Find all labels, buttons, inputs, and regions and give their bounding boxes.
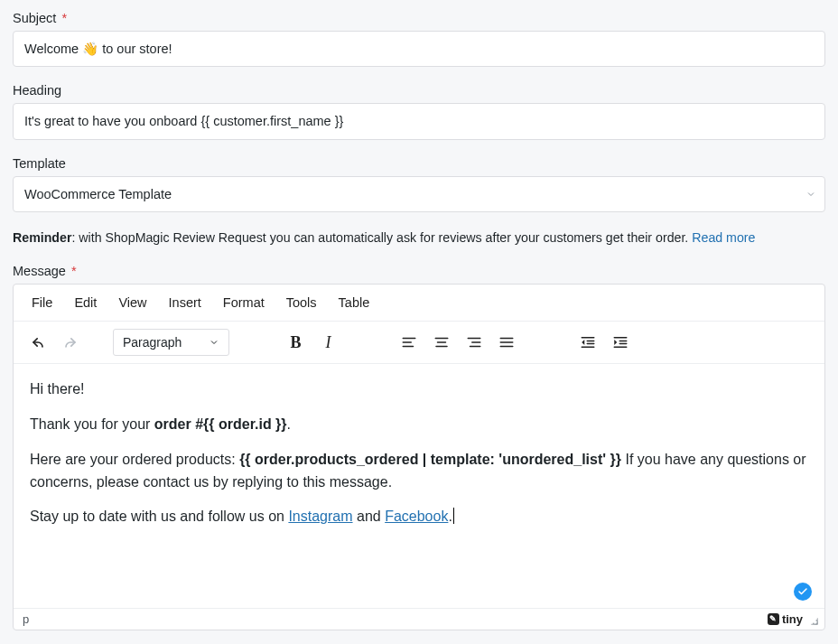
editor-statusbar: p ✎ tiny — [14, 608, 824, 630]
redo-button[interactable] — [55, 327, 86, 358]
subject-input[interactable] — [13, 31, 825, 67]
bold-button[interactable]: B — [280, 327, 311, 358]
align-center-button[interactable] — [426, 327, 457, 358]
status-path[interactable]: p — [23, 612, 29, 626]
menu-edit[interactable]: Edit — [65, 290, 106, 315]
align-right-icon — [466, 334, 482, 350]
required-mark: * — [61, 11, 67, 25]
outdent-button[interactable] — [573, 327, 603, 358]
message-label: Message * — [13, 264, 825, 278]
link-facebook[interactable]: Facebook — [385, 509, 448, 524]
menu-insert[interactable]: Insert — [160, 290, 210, 315]
outdent-icon — [580, 334, 596, 350]
editor-menubar: File Edit View Insert Format Tools Table — [14, 285, 824, 322]
template-select[interactable]: WooCommerce Template — [13, 176, 825, 212]
svg-point-21 — [813, 622, 815, 624]
template-field: Template WooCommerce Template — [13, 156, 825, 212]
editor-toolbar: Paragraph B I — [14, 322, 824, 364]
subject-label-text: Subject — [13, 11, 56, 25]
chevron-down-icon — [209, 337, 219, 348]
menu-format[interactable]: Format — [214, 290, 274, 315]
tiny-logo-icon: ✎ — [768, 613, 779, 625]
indent-icon — [612, 334, 628, 350]
reminder-body: : with ShopMagic Review Request you can … — [71, 230, 692, 245]
menu-file[interactable]: File — [23, 290, 61, 315]
align-center-icon — [433, 334, 450, 350]
message-label-text: Message — [13, 264, 66, 278]
required-mark: * — [71, 264, 77, 278]
template-select-value: WooCommerce Template — [24, 187, 172, 201]
tiny-brand-text: tiny — [782, 612, 803, 626]
heading-field: Heading — [13, 83, 825, 139]
align-right-button[interactable] — [459, 327, 489, 358]
heading-label: Heading — [13, 83, 825, 98]
reminder-text: Reminder: with ShopMagic Review Request … — [13, 229, 825, 247]
menu-table[interactable]: Table — [330, 290, 379, 315]
svg-point-20 — [816, 622, 818, 624]
reminder-link[interactable]: Read more — [692, 230, 755, 245]
menu-tools[interactable]: Tools — [277, 290, 326, 315]
block-format-value: Paragraph — [123, 335, 182, 350]
bold-icon: B — [290, 333, 301, 352]
body-paragraph: Here are your ordered products: {{ order… — [30, 449, 808, 494]
undo-icon — [29, 333, 47, 351]
body-paragraph: Hi there! — [30, 378, 808, 401]
rich-text-editor: File Edit View Insert Format Tools Table… — [13, 284, 825, 630]
block-format-select[interactable]: Paragraph — [113, 329, 229, 356]
body-paragraph: Stay up to date with us and follow us on… — [30, 506, 808, 528]
tiny-brand[interactable]: ✎ tiny — [768, 612, 803, 626]
body-paragraph: Thank you for your order #{{ order.id }}… — [30, 414, 808, 436]
undo-button[interactable] — [23, 327, 53, 358]
text-caret — [453, 508, 454, 524]
heading-input[interactable] — [13, 103, 825, 139]
align-left-icon — [401, 334, 417, 350]
template-label: Template — [13, 156, 825, 171]
italic-icon: I — [325, 333, 331, 352]
align-left-button[interactable] — [394, 327, 424, 358]
redo-icon — [61, 333, 79, 351]
menu-view[interactable]: View — [109, 290, 155, 315]
align-justify-button[interactable] — [491, 327, 522, 358]
subject-label: Subject * — [13, 11, 825, 25]
resize-handle-icon[interactable] — [806, 613, 819, 626]
reminder-bold: Reminder — [13, 230, 71, 245]
message-field: Message * — [13, 264, 825, 278]
subject-field: Subject * — [13, 11, 825, 67]
align-justify-icon — [498, 334, 515, 350]
italic-button[interactable]: I — [312, 327, 343, 358]
check-badge-icon — [794, 583, 812, 601]
editor-content[interactable]: Hi there! Thank you for your order #{{ o… — [14, 364, 824, 608]
svg-point-22 — [816, 620, 818, 621]
link-instagram[interactable]: Instagram — [288, 509, 352, 524]
indent-button[interactable] — [605, 327, 636, 358]
